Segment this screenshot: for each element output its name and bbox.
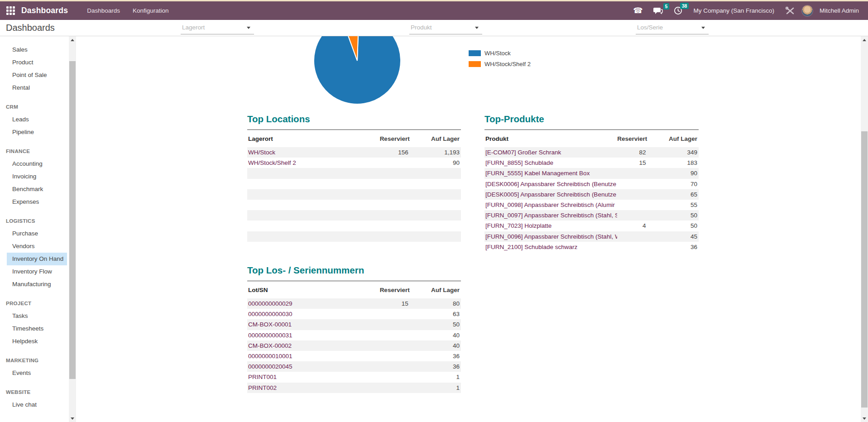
sidebar-section-logistics: LOGISTICS — [0, 215, 69, 227]
menu-item-konfiguration[interactable]: Konfiguration — [126, 1, 175, 20]
page-scrollbar[interactable] — [861, 36, 868, 422]
sidebar-item-inventory-flow[interactable]: Inventory Flow — [7, 265, 67, 278]
cell-link[interactable]: PRINT002 — [247, 383, 380, 393]
messages-icon[interactable]: 5 — [649, 4, 667, 18]
scroll-down-arrow[interactable] — [69, 415, 76, 422]
cell-link[interactable]: 0000000000031 — [247, 330, 380, 340]
scroll-up-arrow[interactable] — [861, 36, 868, 43]
sidebar-item-rental[interactable]: Rental — [7, 82, 67, 94]
user-avatar[interactable] — [801, 5, 813, 17]
table-row: 000000000003140 — [247, 330, 461, 340]
menu-item-dashboards[interactable]: Dashboards — [81, 1, 126, 20]
cell-on-hand — [410, 210, 461, 221]
cell-link[interactable]: [DESK0006] Anpassbarer Schreibtisch (Ben… — [484, 179, 617, 189]
table-row: [FURN_0097] Anpassbarer Schreibtisch (St… — [484, 210, 699, 221]
cell-reserved — [380, 189, 410, 200]
cell-reserved: 15 — [380, 298, 410, 309]
cell-link[interactable]: PRINT001 — [247, 372, 380, 382]
product-filter-dropdown[interactable]: Produkt — [409, 21, 482, 34]
cell-link[interactable]: CM-BOX-00001 — [247, 319, 380, 330]
sidebar-item-helpdesk[interactable]: Helpdesk — [7, 335, 67, 348]
sidebar-item-invoicing[interactable]: Invoicing — [7, 170, 67, 183]
legend-item-wh-stock-shelf-2[interactable]: WH/Stock/Shelf 2 — [469, 61, 531, 67]
cell-link[interactable]: 0000000000030 — [247, 309, 380, 319]
messages-count-badge: 5 — [663, 3, 670, 10]
sidebar-scrollbar[interactable] — [69, 36, 76, 422]
sidebar-section-crm: CRM — [0, 101, 69, 113]
sidebar-item-accounting[interactable]: Accounting — [7, 158, 67, 170]
apps-grid-icon[interactable] — [6, 6, 15, 15]
debug-tools-icon[interactable] — [781, 4, 800, 18]
cell-reserved — [380, 200, 410, 210]
cell-reserved: 15 — [617, 158, 647, 168]
cell-link[interactable]: [FURN_5555] Kabel Management Box — [484, 168, 617, 178]
cell-link[interactable]: 0000000020045 — [247, 361, 380, 372]
cell-on-hand: 36 — [410, 361, 461, 372]
cell-link[interactable]: 0000000010001 — [247, 351, 380, 361]
stock-by-location-pie-chart[interactable] — [314, 36, 401, 105]
cell-on-hand: 36 — [647, 242, 699, 252]
page-scrollbar-thumb[interactable] — [861, 131, 868, 408]
cell-link[interactable]: WH/Stock/Shelf 2 — [247, 158, 380, 168]
cell-link[interactable]: 0000000000029 — [247, 298, 380, 309]
cell-on-hand: 50 — [647, 210, 699, 221]
cell-on-hand: 1,193 — [410, 147, 461, 158]
table-row: CM-BOX-0000150 — [247, 319, 461, 330]
top-locations-section: Top LocationsLagerortReserviertAuf Lager… — [247, 113, 461, 252]
cell-on-hand: 183 — [647, 158, 699, 168]
sidebar-item-leads[interactable]: Leads — [7, 113, 67, 126]
sidebar-item-vendors[interactable]: Vendors — [7, 240, 67, 253]
sidebar-item-expenses[interactable]: Expenses — [7, 196, 67, 208]
scroll-down-arrow[interactable] — [861, 415, 868, 422]
sidebar-item-manufacturing[interactable]: Manufacturing — [7, 278, 67, 291]
legend-item-wh-stock[interactable]: WH/Stock — [469, 50, 531, 57]
sidebar-item-live-chat[interactable]: Live chat — [7, 398, 67, 411]
user-menu[interactable]: Mitchell Admin — [815, 7, 863, 14]
cell-on-hand — [410, 242, 461, 252]
table-row: [FURN_0096] Anpassbarer Schreibtisch (St… — [484, 231, 699, 242]
column-header-auf-lager: Auf Lager — [647, 135, 699, 142]
sidebar-item-benchmark[interactable]: Benchmark — [7, 183, 67, 196]
top-products-section: Top-ProdukteProduktReserviertAuf Lager[E… — [484, 113, 699, 252]
cell-link[interactable]: [E-COM07] Großer Schrank — [484, 147, 617, 158]
cell-link[interactable]: [FURN_0097] Anpassbarer Schreibtisch (St… — [484, 210, 617, 221]
voip-phone-icon[interactable]: ☎ — [628, 4, 647, 17]
sidebar-item-product[interactable]: Product — [7, 56, 67, 69]
sidebar-item-inventory-on-hand[interactable]: Inventory On Hand — [7, 253, 67, 265]
cell-link[interactable]: [FURN_8855] Schublade — [484, 158, 617, 168]
sidebar-item-timesheets[interactable]: Timesheets — [7, 322, 67, 335]
activities-icon[interactable]: 38 — [669, 4, 687, 18]
table-row: 00000000000291580 — [247, 298, 461, 309]
sidebar-item-sales[interactable]: Sales — [7, 43, 67, 56]
scroll-up-arrow[interactable] — [69, 36, 76, 43]
cell-link[interactable]: [FURN_2100] Schublade schwarz — [484, 242, 617, 252]
section-title: Top-Produkte — [484, 113, 699, 125]
table-row: CM-BOX-0000240 — [247, 340, 461, 351]
sidebar-item-pipeline[interactable]: Pipeline — [7, 126, 67, 139]
cell-on-hand: 45 — [647, 231, 699, 242]
cell-link[interactable]: [FURN_0098] Anpassbarer Schreibtisch (Al… — [484, 200, 617, 210]
cell-link[interactable]: [FURN_7023] Holzplatte — [484, 221, 617, 231]
table-row: 000000000003063 — [247, 309, 461, 319]
cell-link[interactable]: CM-BOX-00002 — [247, 340, 380, 351]
cell-link[interactable]: [FURN_0096] Anpassbarer Schreibtisch (St… — [484, 231, 617, 242]
app-title[interactable]: Dashboards — [21, 6, 68, 15]
column-header-auf-lager: Auf Lager — [410, 135, 461, 142]
activities-count-badge: 38 — [680, 3, 689, 9]
table-row: [E-COM07] Großer Schrank82349 — [484, 147, 699, 158]
location-filter-dropdown[interactable]: Lagerort — [181, 21, 254, 34]
sidebar-item-purchase[interactable]: Purchase — [7, 227, 67, 240]
sidebar-item-events[interactable]: Events — [7, 367, 67, 379]
sidebar-scrollbar-thumb[interactable] — [69, 61, 76, 379]
sidebar-section-website: WEBSITE — [0, 386, 69, 398]
cell-link[interactable]: WH/Stock — [247, 147, 380, 158]
company-switcher[interactable]: My Company (San Francisco) — [689, 7, 779, 14]
sidebar-item-point-of-sale[interactable]: Point of Sale — [7, 69, 67, 82]
lot-serial-filter-dropdown[interactable]: Los/Serie — [636, 21, 709, 34]
table-row — [247, 221, 461, 231]
sidebar-item-tasks[interactable]: Tasks — [7, 310, 67, 322]
cell-link[interactable]: [DESK0005] Anpassbarer Schreibtisch (Ben… — [484, 189, 617, 200]
cell-reserved — [380, 340, 410, 351]
table-row: [DESK0005] Anpassbarer Schreibtisch (Ben… — [484, 189, 699, 200]
cell-reserved — [617, 242, 647, 252]
